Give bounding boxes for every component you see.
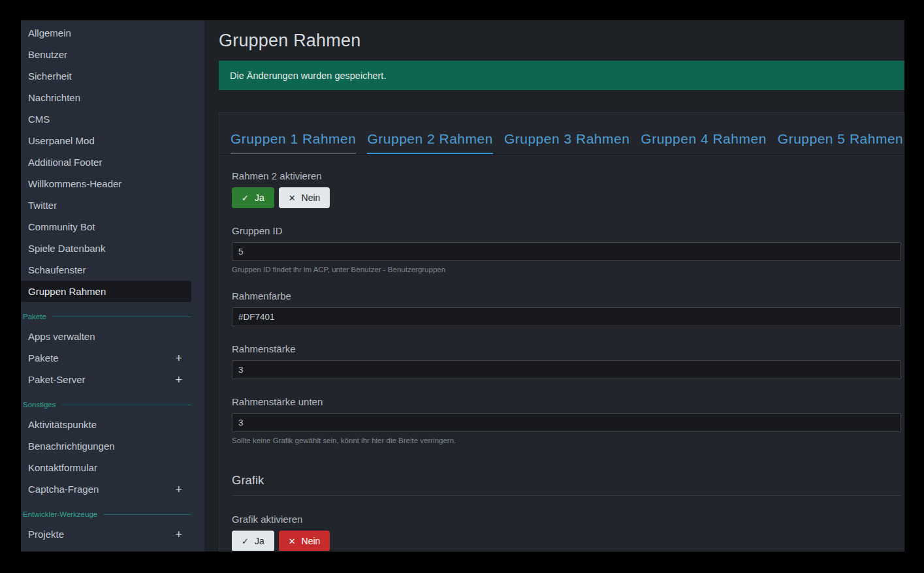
gruppen-id-label: Gruppen ID bbox=[232, 225, 901, 236]
sidebar-item-apps-verwalten[interactable]: Apps verwalten bbox=[21, 326, 191, 347]
rahmenstaerke-unten-helper: Sollte keine Grafik gewählt sein, könnt … bbox=[232, 437, 901, 444]
plus-icon[interactable]: + bbox=[175, 352, 182, 364]
success-message: Die Änderungen wurden gespeichert. bbox=[219, 61, 904, 90]
sidebar-section-entwickler-werkzeuge: Entwickler-Werkzeuge bbox=[23, 509, 191, 519]
sidebar-item-sicherheit[interactable]: Sicherheit bbox=[21, 65, 191, 87]
toggle-grafik-buttons: ✓ Ja ✕ Nein bbox=[232, 531, 901, 551]
sidebar-item-userpanel-mod[interactable]: Userpanel Mod bbox=[21, 130, 191, 151]
grafik-no-button[interactable]: ✕ Nein bbox=[279, 531, 330, 551]
sidebar-item-schaufenster[interactable]: Schaufenster bbox=[21, 259, 191, 281]
grafik-yes-button[interactable]: ✓ Ja bbox=[232, 531, 274, 551]
sidebar: AllgemeinBenutzerSicherheitNachrichtenCM… bbox=[21, 20, 204, 551]
sidebar-item-label: Apps verwalten bbox=[28, 331, 95, 342]
sidebar-item-label: Spiele Datenbank bbox=[28, 243, 105, 254]
x-icon: ✕ bbox=[289, 537, 296, 546]
rahmenstaerke-unten-input[interactable] bbox=[232, 413, 901, 432]
sidebar-item-cms[interactable]: CMS bbox=[21, 108, 191, 130]
rahmen2-yes-button[interactable]: ✓ Ja bbox=[232, 187, 274, 208]
sidebar-section-sonstiges: Sonstiges bbox=[23, 399, 191, 410]
main-content: Gruppen Rahmen Die Änderungen wurden ges… bbox=[204, 20, 904, 551]
tab-panel: Gruppen 1 RahmenGruppen 2 RahmenGruppen … bbox=[219, 112, 904, 551]
sidebar-item-nachrichten[interactable]: Nachrichten bbox=[21, 87, 191, 108]
sidebar-item-benachrichtigungen[interactable]: Benachrichtigungen bbox=[21, 435, 191, 457]
section-title: Pakete bbox=[23, 313, 46, 320]
success-message-text: Die Änderungen wurden gespeichert. bbox=[230, 70, 386, 81]
rahmen2-no-button[interactable]: ✕ Nein bbox=[279, 187, 330, 208]
sidebar-item-aktivit-tspunkte[interactable]: Aktivitätspunkte bbox=[21, 414, 191, 435]
sidebar-item-label: Nachrichten bbox=[28, 92, 80, 103]
sidebar-item-twitter[interactable]: Twitter bbox=[21, 194, 191, 216]
sidebar-item-label: Fehlende Texte bbox=[28, 550, 95, 551]
plus-icon[interactable]: + bbox=[175, 529, 182, 540]
tab-gruppen-5-rahmen[interactable]: Gruppen 5 Rahmen bbox=[778, 131, 903, 154]
x-icon: ✕ bbox=[289, 194, 296, 202]
sidebar-item-gruppen-rahmen[interactable]: Gruppen Rahmen bbox=[21, 281, 191, 302]
toggle-rahmen2-aktivieren: Rahmen 2 aktivieren ✓ Ja ✕ Nein bbox=[232, 170, 901, 208]
sidebar-item-label: Aktivitätspunkte bbox=[28, 419, 97, 430]
sidebar-item-label: Benutzer bbox=[28, 49, 67, 60]
sidebar-item-label: Community Bot bbox=[28, 221, 95, 232]
gruppen-id-helper: Gruppen ID findet ihr im ACP, unter Benu… bbox=[232, 266, 901, 273]
rahmenstaerke-label: Rahmenstärke bbox=[232, 343, 901, 354]
toggle-grafik-aktivieren: Grafik aktivieren ✓ Ja ✕ Nein bbox=[232, 514, 901, 551]
toggle-rahmen2-label: Rahmen 2 aktivieren bbox=[232, 170, 901, 181]
sidebar-item-additional-footer[interactable]: Additional Footer bbox=[21, 151, 191, 173]
plus-icon[interactable]: + bbox=[175, 374, 182, 386]
rahmenfarbe-label: Rahmenfarbe bbox=[232, 290, 901, 302]
sidebar-item-willkommens-header[interactable]: Willkommens-Header bbox=[21, 173, 191, 194]
app-window: AllgemeinBenutzerSicherheitNachrichtenCM… bbox=[21, 20, 904, 551]
sidebar-item-captcha-fragen[interactable]: Captcha-Fragen+ bbox=[21, 478, 191, 500]
sidebar-item-kontaktformular[interactable]: Kontaktformular bbox=[21, 457, 191, 478]
plus-icon[interactable]: + bbox=[175, 484, 182, 495]
sidebar-item-label: Twitter bbox=[28, 200, 57, 211]
section-title: Entwickler-Werkzeuge bbox=[23, 510, 97, 518]
sidebar-item-fehlende-texte[interactable]: Fehlende Texte bbox=[21, 545, 191, 551]
sidebar-item-label: Captcha-Fragen bbox=[28, 484, 99, 495]
tab-gruppen-1-rahmen[interactable]: Gruppen 1 Rahmen bbox=[231, 131, 356, 154]
section-heading-grafik: Grafik bbox=[232, 473, 901, 496]
rahmenstaerke-input[interactable] bbox=[232, 360, 901, 379]
sidebar-item-allgemein[interactable]: Allgemein bbox=[21, 22, 191, 44]
sidebar-item-paket-server[interactable]: Paket-Server+ bbox=[21, 369, 191, 390]
sidebar-item-label: CMS bbox=[28, 114, 50, 125]
sidebar-item-label: Projekte bbox=[28, 529, 64, 540]
sidebar-item-label: Sicherheit bbox=[28, 70, 72, 82]
yes-button-label: Ja bbox=[255, 193, 264, 203]
settings-form: Rahmen 2 aktivieren ✓ Ja ✕ Nein Gruppen … bbox=[219, 155, 904, 551]
sidebar-item-community-bot[interactable]: Community Bot bbox=[21, 216, 191, 238]
sidebar-item-pakete[interactable]: Pakete+ bbox=[21, 347, 191, 369]
field-rahmenstaerke-unten: Rahmenstärke unten Sollte keine Grafik g… bbox=[232, 396, 901, 444]
page-title: Gruppen Rahmen bbox=[219, 30, 904, 51]
rahmenstaerke-unten-label: Rahmenstärke unten bbox=[232, 396, 901, 407]
field-rahmenfarbe: Rahmenfarbe bbox=[232, 290, 901, 326]
sidebar-section-pakete: Pakete bbox=[23, 311, 191, 322]
rahmenfarbe-input[interactable] bbox=[232, 307, 901, 326]
sidebar-item-label: Pakete bbox=[28, 352, 59, 364]
sidebar-item-label: Paket-Server bbox=[28, 374, 86, 385]
field-rahmenstaerke: Rahmenstärke bbox=[232, 343, 901, 379]
tab-gruppen-4-rahmen[interactable]: Gruppen 4 Rahmen bbox=[641, 131, 766, 154]
check-icon: ✓ bbox=[242, 194, 249, 202]
toggle-grafik-label: Grafik aktivieren bbox=[232, 514, 901, 525]
sidebar-item-label: Additional Footer bbox=[28, 157, 102, 168]
no-button-label: Nein bbox=[302, 536, 321, 546]
section-title: Sonstiges bbox=[23, 401, 56, 409]
gruppen-id-input[interactable] bbox=[232, 242, 901, 261]
section-divider bbox=[52, 317, 191, 317]
sidebar-item-spiele-datenbank[interactable]: Spiele Datenbank bbox=[21, 238, 191, 259]
sidebar-item-label: Userpanel Mod bbox=[28, 135, 95, 146]
sidebar-item-label: Schaufenster bbox=[28, 264, 86, 275]
sidebar-item-projekte[interactable]: Projekte+ bbox=[21, 523, 191, 545]
field-gruppen-id: Gruppen ID Gruppen ID findet ihr im ACP,… bbox=[232, 225, 901, 273]
section-divider bbox=[103, 514, 191, 515]
sidebar-item-label: Allgemein bbox=[28, 27, 71, 39]
check-icon: ✓ bbox=[242, 537, 249, 546]
tab-bar: Gruppen 1 RahmenGruppen 2 RahmenGruppen … bbox=[219, 113, 904, 155]
tab-gruppen-3-rahmen[interactable]: Gruppen 3 Rahmen bbox=[504, 131, 629, 154]
sidebar-item-benutzer[interactable]: Benutzer bbox=[21, 44, 191, 65]
no-button-label: Nein bbox=[302, 193, 321, 203]
yes-button-label: Ja bbox=[255, 536, 264, 546]
tab-gruppen-2-rahmen[interactable]: Gruppen 2 Rahmen bbox=[367, 131, 492, 154]
sidebar-item-label: Kontaktformular bbox=[28, 462, 97, 473]
section-divider bbox=[62, 405, 191, 405]
